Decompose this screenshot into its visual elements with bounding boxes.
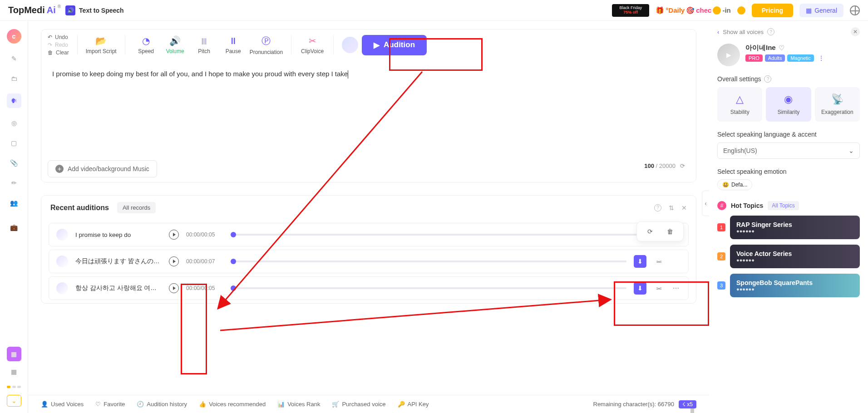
- general-label: General: [814, 7, 837, 14]
- voice-avatar[interactable]: ▶: [717, 44, 740, 66]
- help-icon[interactable]: ?: [654, 204, 661, 211]
- user-avatar[interactable]: c: [7, 29, 21, 44]
- play-button[interactable]: [169, 283, 179, 293]
- mic-icon[interactable]: ✏: [9, 178, 19, 188]
- redo-button[interactable]: ↷Redo: [48, 42, 69, 48]
- general-button[interactable]: ▦General: [799, 4, 843, 17]
- download-button[interactable]: ⬇: [634, 282, 646, 295]
- share-icon[interactable]: ⫘: [654, 285, 664, 292]
- help-icon[interactable]: ?: [764, 75, 771, 83]
- play-button[interactable]: [169, 230, 179, 240]
- volume-button[interactable]: 🔊Volume: [163, 35, 188, 54]
- heart-icon[interactable]: ♡: [779, 44, 784, 52]
- rank-link[interactable]: 📊Voices Rank: [277, 401, 320, 408]
- download-button[interactable]: ⬇: [634, 255, 646, 268]
- briefcase-icon[interactable]: 💼: [9, 222, 19, 232]
- script-textarea[interactable]: I promise to keep doing my best for all …: [41, 60, 696, 156]
- overall-settings-label: Overall settings: [717, 75, 761, 83]
- language-icon[interactable]: [850, 5, 860, 15]
- recommended-link[interactable]: 👍Voices recommended: [199, 401, 266, 408]
- play-button[interactable]: [169, 256, 179, 266]
- slider-handle[interactable]: [231, 232, 236, 237]
- tts-nav-icon[interactable]: 🗣: [7, 93, 21, 108]
- used-voices-label: Used Voices: [51, 401, 84, 408]
- more-icon[interactable]: ⋯: [671, 285, 681, 292]
- progress-slider[interactable]: [231, 287, 626, 289]
- audio-wave-icon[interactable]: ◎: [9, 118, 19, 128]
- show-all-voices-link[interactable]: Show all voices: [723, 29, 764, 35]
- clip-label: ClipVoice: [301, 48, 324, 54]
- script-text: I promise to keep doing my best for all …: [52, 70, 348, 78]
- multiplier-badge[interactable]: ☇ x5: [679, 400, 696, 408]
- pause-button[interactable]: ⏸Pause: [221, 36, 246, 54]
- slider-handle[interactable]: [231, 259, 236, 264]
- emotion-pill[interactable]: 😃Defa...: [717, 179, 752, 190]
- clock-icon: 🕘: [137, 401, 144, 408]
- coin-balance-icon[interactable]: [737, 6, 745, 15]
- import-script-button[interactable]: 📂Import Script: [86, 35, 117, 54]
- close-panel-icon[interactable]: ✕: [851, 27, 860, 36]
- favorite-link[interactable]: ♡Favorite: [95, 401, 125, 408]
- stability-card[interactable]: △Stability: [717, 87, 762, 122]
- folder-icon[interactable]: 🗀: [9, 74, 19, 84]
- expand-rail-button[interactable]: ⌄: [7, 395, 21, 407]
- progress-slider[interactable]: [231, 234, 644, 236]
- row-actions-popover: ⟳ 🗑: [636, 221, 684, 241]
- play-triangle-icon: [173, 233, 176, 236]
- speed-button[interactable]: ◔Speed: [133, 35, 159, 54]
- audition-button[interactable]: ▶Audition: [362, 35, 427, 55]
- used-voices-link[interactable]: 👤Used Voices: [41, 401, 84, 408]
- hashtag-icon: #: [717, 201, 726, 210]
- topic-card[interactable]: RAP Singer Series●●●●●●: [730, 216, 860, 239]
- slider-handle[interactable]: [231, 285, 236, 291]
- people-icon[interactable]: 👥: [9, 198, 19, 208]
- selected-voice-avatar[interactable]: [342, 37, 358, 53]
- collapse-panel-button[interactable]: ‹: [702, 191, 709, 216]
- history-link[interactable]: 🕘Audition history: [137, 401, 187, 408]
- chevron-left-icon[interactable]: ‹: [717, 29, 719, 35]
- black-friday-banner[interactable]: Black Friday 75% off: [612, 4, 649, 17]
- pitch-button[interactable]: ⫼Pitch: [192, 36, 217, 54]
- library-icon[interactable]: ▢: [9, 138, 19, 148]
- all-records-button[interactable]: All records: [117, 202, 156, 213]
- help-icon[interactable]: ?: [767, 28, 774, 35]
- add-music-button[interactable]: +Add video/background Music: [48, 160, 157, 177]
- purchased-link[interactable]: 🛒Purchased voice: [332, 401, 385, 408]
- undo-button[interactable]: ↶Undo: [48, 34, 69, 40]
- audition-time: 00:00/00:05: [186, 285, 223, 291]
- char-count-current: 100: [644, 162, 654, 169]
- trash-icon[interactable]: 🗑: [665, 226, 675, 236]
- clipvoice-button[interactable]: ✂ClipVoice: [300, 35, 325, 54]
- refresh-icon[interactable]: ⟳: [680, 162, 685, 169]
- chevron-down-icon: ⌄: [848, 147, 854, 154]
- exaggeration-card[interactable]: 📡Exaggeration: [815, 87, 860, 122]
- api-key-link[interactable]: 🔑API Key: [398, 401, 429, 408]
- sort-icon[interactable]: ⇅: [669, 204, 674, 211]
- magic-icon[interactable]: ✎: [9, 54, 19, 64]
- language-value: English(US): [723, 147, 757, 154]
- progress-slider[interactable]: [231, 261, 626, 262]
- scissors-icon: ✂: [309, 35, 316, 46]
- language-select[interactable]: English(US)⌄: [717, 143, 860, 159]
- apps-icon[interactable]: ▦: [9, 367, 19, 377]
- similarity-label: Similarity: [778, 109, 800, 115]
- app-logo[interactable]: TopMediAi®: [8, 5, 61, 15]
- similarity-card[interactable]: ◉Similarity: [766, 87, 811, 122]
- clear-button[interactable]: 🗑Clear: [48, 49, 69, 56]
- regenerate-icon[interactable]: ⟳: [645, 226, 655, 236]
- attachment-icon[interactable]: 📎: [9, 158, 19, 168]
- pronunciation-button[interactable]: ⓅPronunciation: [250, 35, 283, 55]
- pricing-button[interactable]: Pricing: [752, 4, 793, 17]
- calendar-icon[interactable]: ▦: [7, 347, 21, 361]
- topic-card[interactable]: Voice Actor Series●●●●●●: [730, 245, 860, 268]
- share-icon[interactable]: ⫘: [654, 258, 664, 265]
- more-vertical-icon[interactable]: ⋮: [818, 54, 824, 62]
- tag-magnetic: Magnetic: [787, 54, 814, 62]
- all-topics-button[interactable]: All Topics: [768, 201, 799, 210]
- close-icon[interactable]: ✕: [681, 204, 687, 211]
- language-label: Select speaking language & accent: [717, 131, 860, 138]
- daily-checkin-link[interactable]: 🎁 °Daily 🎯 chec-in: [656, 6, 730, 15]
- editor-card: ↶Undo ↷Redo 🗑Clear 📂Import Script ◔Speed…: [41, 29, 696, 182]
- topic-title: RAP Singer Series: [736, 221, 853, 228]
- topic-card[interactable]: SpongeBob SquarePants●●●●●●: [730, 274, 860, 297]
